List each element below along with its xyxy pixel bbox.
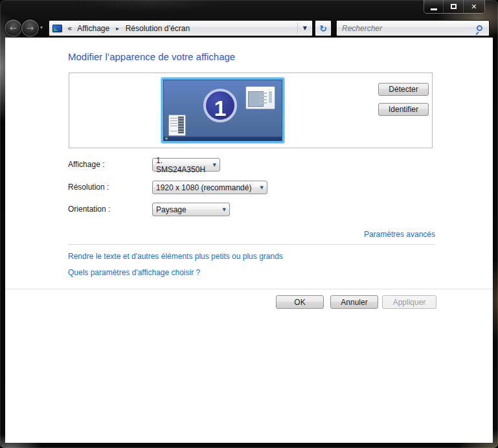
taskbar-strip — [164, 137, 282, 140]
search-input[interactable] — [342, 24, 477, 33]
back-button[interactable]: ← — [5, 19, 22, 37]
detect-button[interactable]: Détecter — [378, 83, 429, 96]
cancel-button[interactable]: Annuler — [330, 295, 378, 309]
breadcrumb-chevrons-button[interactable]: « — [67, 24, 72, 33]
screenshot-root: ✕ ← → ▾ « Affichage ▸ Résolution d’écran… — [0, 0, 498, 448]
which-settings-help-link[interactable]: Quels paramètres d'affichage choisir ? — [68, 268, 200, 277]
address-dropdown-icon[interactable]: ▼ — [297, 23, 307, 34]
chevron-down-icon: ▼ — [209, 162, 216, 168]
chevron-down-icon: ▼ — [256, 185, 264, 190]
client-area: Modifier l’apparence de votre affichage … — [5, 38, 493, 443]
resize-text-link[interactable]: Rendre le texte et d'autres éléments plu… — [68, 252, 283, 261]
breadcrumb: « Affichage ▸ Résolution d’écran ▼ — [49, 20, 313, 36]
monitor-1-preview[interactable]: ··· 1 — [161, 78, 284, 143]
forward-button[interactable]: → — [21, 19, 39, 37]
refresh-icon: ↻ — [319, 23, 327, 34]
breadcrumb-item-resolution[interactable]: Résolution d’écran — [124, 24, 191, 33]
search-icon[interactable] — [477, 25, 482, 31]
maximize-icon — [451, 4, 457, 9]
window-thumbnail-icon: ··· — [245, 86, 275, 109]
identify-button[interactable]: Identifier — [378, 103, 429, 116]
close-button[interactable]: ✕ — [464, 0, 484, 13]
display-field-label: Affichage : — [68, 160, 104, 169]
back-arrow-icon: ← — [10, 24, 17, 32]
forward-arrow-icon: → — [27, 24, 34, 32]
section-divider — [68, 244, 435, 245]
resolution-field-label: Résolution : — [68, 183, 109, 192]
display-icon — [52, 25, 62, 32]
chevron-down-icon: ▼ — [218, 207, 226, 212]
monitor-preview-box: ··· 1 — [69, 73, 433, 148]
minimize-icon — [431, 8, 437, 10]
minimize-button[interactable] — [424, 0, 444, 13]
close-icon: ✕ — [471, 3, 477, 10]
footer-divider — [5, 289, 493, 289]
resolution-combobox[interactable]: 1920 x 1080 (recommandé) ▼ — [152, 181, 267, 194]
page-title: Modifier l’apparence de votre affichage — [68, 51, 235, 62]
maximize-button[interactable] — [444, 0, 463, 13]
refresh-button[interactable]: ↻ — [315, 20, 332, 36]
start-menu-thumbnail-icon — [168, 115, 186, 136]
resolution-combobox-value: 1920 x 1080 (recommandé) — [156, 183, 251, 192]
display-combobox-value: 1. SMS24A350H — [156, 156, 209, 174]
monitor-number-badge: 1 — [203, 89, 237, 122]
breadcrumb-separator-icon[interactable]: ▸ — [116, 25, 119, 32]
search-box — [336, 20, 490, 36]
advanced-settings-link[interactable]: Paramètres avancés — [364, 230, 435, 239]
orientation-combobox[interactable]: Paysage ▼ — [152, 203, 230, 216]
breadcrumb-item-affichage[interactable]: Affichage — [76, 24, 111, 33]
display-combobox[interactable]: 1. SMS24A350H ▼ — [152, 158, 220, 172]
orientation-field-label: Orientation : — [68, 205, 110, 214]
window-controls: ✕ — [424, 0, 485, 14]
orientation-combobox-value: Paysage — [156, 205, 187, 214]
recent-pages-dropdown[interactable]: ▾ — [40, 25, 43, 30]
apply-button: Appliquer — [382, 295, 436, 309]
ok-button[interactable]: OK — [276, 295, 324, 309]
start-orb-icon — [165, 137, 168, 140]
